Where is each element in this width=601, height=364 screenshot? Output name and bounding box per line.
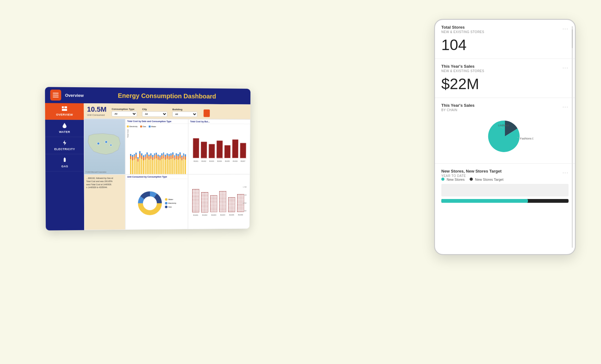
bar-electricity: [150, 159, 152, 174]
svg-point-383: [238, 152, 238, 152]
svg-point-731: [225, 200, 226, 200]
bar-gas: [139, 154, 140, 158]
svg-point-357: [237, 145, 237, 146]
svg-point-614: [203, 208, 203, 208]
bar-stack: [141, 149, 142, 174]
svg-point-172: [215, 149, 215, 149]
svg-point-117: [203, 150, 203, 151]
bar-gas: [183, 156, 184, 159]
city-select[interactable]: All: [142, 111, 167, 117]
svg-point-120: [207, 150, 207, 151]
total-stores-value: 104: [441, 36, 569, 54]
svg-point-816: [231, 208, 232, 209]
new-stores-more[interactable]: ...: [563, 169, 569, 174]
svg-point-879: [241, 207, 242, 208]
svg-point-356: [235, 145, 236, 146]
svg-point-771: [225, 211, 226, 211]
svg-point-482: [194, 192, 194, 193]
svg-point-525: [198, 203, 198, 204]
svg-point-335: [234, 140, 235, 140]
svg-point-675: [210, 207, 211, 207]
filter-button[interactable]: [203, 110, 210, 117]
svg-point-276: [218, 158, 219, 159]
menu-button[interactable]: [50, 89, 61, 100]
bar-electricity: [176, 159, 177, 174]
bar-stack: [170, 149, 172, 174]
total-stores-more[interactable]: ...: [563, 25, 569, 31]
consumption-type-select[interactable]: All Electricity Gas Water: [112, 111, 137, 117]
svg-point-109: [205, 147, 206, 148]
svg-point-845: [243, 197, 243, 198]
sidebar-item-gas[interactable]: GAS: [45, 154, 84, 172]
bar-gas: [181, 157, 182, 160]
svg-point-18: [199, 140, 199, 141]
svg-point-730: [223, 200, 224, 200]
bar-stack: [185, 149, 186, 174]
svg-point-273: [221, 157, 221, 157]
svg-point-259: [222, 153, 223, 154]
svg-point-751: [225, 205, 226, 206]
svg-point-700: [224, 191, 224, 192]
svg-point-862: [238, 202, 239, 203]
svg-point-450: [246, 154, 246, 155]
svg-point-342: [237, 141, 237, 142]
progress-track: [441, 199, 569, 203]
svg-point-349: [233, 144, 233, 145]
svg-point-251: [218, 151, 219, 152]
svg-point-572: [207, 195, 208, 196]
svg-point-720: [224, 197, 224, 197]
svg-point-786: [231, 200, 232, 201]
svg-point-637: [213, 196, 214, 196]
svg-point-277: [220, 158, 220, 159]
svg-point-334: [233, 140, 233, 140]
svg-point-863: [240, 202, 241, 203]
svg-point-681: [212, 208, 212, 208]
svg-point-499: [197, 196, 197, 197]
svg-point-561: [206, 192, 206, 193]
svg-point-598: [201, 203, 202, 204]
svg-point-38: [199, 145, 199, 146]
svg-point-714: [222, 196, 223, 196]
svg-point-618: [201, 209, 202, 210]
svg-point-191: [213, 154, 214, 154]
menu-line-3: [53, 97, 59, 97]
svg-point-39: [193, 147, 194, 147]
sidebar-item-electricity[interactable]: ELECTRICITY: [45, 137, 84, 154]
svg-point-749: [222, 205, 223, 206]
phone-scrollbar[interactable]: [572, 26, 573, 248]
sales-chain-more[interactable]: ...: [563, 103, 569, 109]
svg-point-742: [219, 204, 220, 204]
donut-chart-title: Unit Consumed by Consumption Type: [126, 175, 188, 179]
sidebar-item-overview[interactable]: OVERVIEW: [45, 103, 84, 120]
svg-point-622: [207, 209, 208, 210]
svg-point-626: [205, 210, 206, 211]
svg-point-823: [234, 210, 234, 211]
sidebar-item-water[interactable]: WATER: [45, 120, 84, 137]
svg-point-80: [195, 157, 195, 158]
svg-point-13: [199, 139, 199, 139]
building-select[interactable]: All: [172, 111, 197, 117]
svg-point-266: [218, 156, 219, 156]
sales-1-more[interactable]: ...: [563, 64, 569, 70]
svg-point-744: [222, 204, 223, 204]
bar-electricity: [181, 160, 182, 174]
water-label: WATER: [59, 130, 70, 134]
dashboard-title: Energy Consumption Dashboard: [88, 92, 246, 100]
donut-label-gas: Gas: [168, 206, 172, 208]
svg-point-250: [217, 151, 218, 152]
sales-chain-sub: BY CHAIN: [441, 108, 474, 112]
svg-point-420: [246, 146, 246, 147]
svg-point-307: [225, 152, 226, 153]
svg-point-543: [195, 209, 196, 209]
chart-legend: Electricity Gas Water: [127, 125, 187, 128]
svg-point-501: [192, 198, 193, 198]
consumption-type-filter: Consumption Type All Electricity Gas Wat…: [112, 108, 137, 117]
svg-point-322: [225, 156, 226, 157]
svg-point-377: [237, 151, 237, 151]
svg-point-523: [195, 203, 196, 204]
svg-text:B1001: B1001: [194, 160, 198, 162]
svg-point-545: [198, 209, 198, 209]
svg-point-725: [224, 198, 224, 199]
svg-point-844: [241, 197, 242, 198]
bar-gas: [135, 155, 137, 158]
